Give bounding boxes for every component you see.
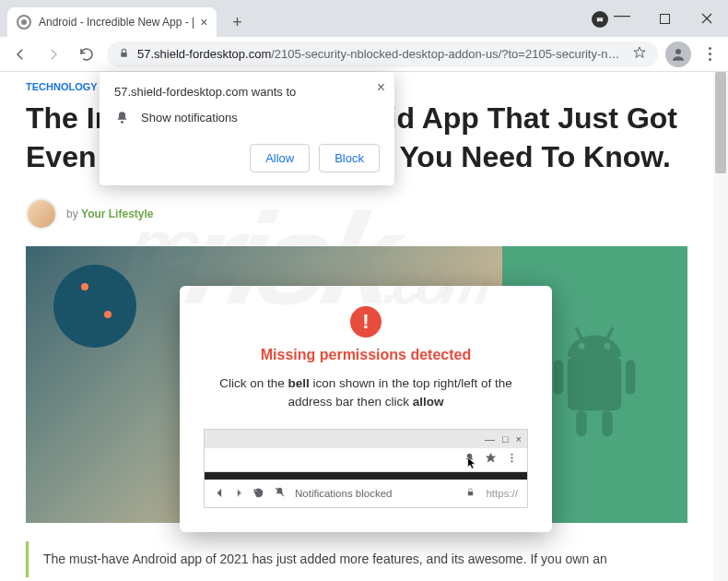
window-minimize-button[interactable]: — — [601, 0, 643, 37]
fb-star-icon — [485, 452, 497, 467]
article-body: The must-have Android app of 2021 has ju… — [26, 541, 687, 576]
fb-https-text: https:// — [486, 488, 518, 499]
fb-maximize-icon: □ — [502, 433, 509, 445]
window-controls: — — [601, 0, 728, 37]
allow-button[interactable]: Allow — [250, 144, 310, 172]
fb-back-icon — [214, 487, 226, 499]
svg-point-6 — [675, 49, 681, 54]
fb-reload-icon — [252, 487, 264, 499]
svg-point-22 — [121, 121, 123, 124]
android-robot-icon — [539, 319, 650, 451]
fb-menu-icon — [506, 452, 518, 467]
bookmark-star-icon[interactable] — [632, 45, 647, 63]
modal-instruction: Click on the bell icon shown in the top … — [204, 374, 528, 412]
svg-point-9 — [605, 342, 611, 349]
lock-icon — [118, 47, 130, 62]
fb-notif-text: Notifications blocked — [295, 488, 392, 499]
cursor-icon — [466, 457, 478, 469]
permission-close-icon[interactable]: × — [377, 79, 385, 96]
window-maximize-button[interactable] — [643, 0, 686, 37]
svg-rect-13 — [626, 360, 636, 394]
tab-close-icon[interactable]: × — [200, 15, 207, 30]
modal-title: Missing permissions detected — [204, 347, 528, 363]
kebab-menu-icon[interactable] — [699, 47, 721, 61]
svg-rect-21 — [468, 492, 473, 495]
tab-title: Android - Incredible New App - | — [39, 16, 194, 29]
fake-browser-illustration: — □ × Notifications blocked https:// — [204, 429, 528, 508]
svg-point-0 — [597, 18, 600, 21]
fb-forward-icon — [233, 487, 245, 499]
scrollbar-thumb[interactable] — [715, 72, 726, 173]
svg-point-18 — [511, 456, 512, 458]
notification-permission-dialog: × 57.shield-fordesktop.com wants to Show… — [100, 72, 394, 185]
permission-label: Show notifications — [141, 111, 238, 125]
fb-bell-blocked-icon — [274, 486, 286, 500]
exclamation-icon: ! — [350, 306, 382, 338]
fake-permission-modal: ! Missing permissions detected Click on … — [180, 286, 552, 532]
back-button[interactable] — [7, 42, 33, 67]
profile-button[interactable] — [665, 42, 691, 67]
svg-line-10 — [577, 327, 582, 338]
svg-point-19 — [511, 460, 512, 462]
url-text: 57.shield-fordesktop.com/2105-security-n… — [137, 47, 625, 61]
svg-rect-5 — [121, 52, 127, 56]
fb-close-icon: × — [516, 433, 522, 445]
tab-favicon-icon — [17, 15, 31, 30]
svg-point-8 — [579, 342, 585, 349]
window-close-button[interactable] — [686, 0, 728, 37]
byline-text: by Your Lifestyle — [66, 208, 153, 220]
svg-point-17 — [511, 454, 512, 456]
fb-minimize-icon: — — [485, 433, 495, 445]
svg-rect-12 — [554, 360, 564, 394]
reload-button[interactable] — [74, 42, 100, 67]
block-button[interactable]: Block — [319, 144, 380, 172]
browser-tab[interactable]: Android - Incredible New App - | × — [7, 7, 217, 37]
fb-lock-icon — [464, 486, 476, 500]
bell-icon — [114, 110, 130, 125]
scrollbar[interactable] — [713, 72, 728, 581]
browser-toolbar: 57.shield-fordesktop.com/2105-security-n… — [0, 37, 728, 72]
svg-rect-14 — [577, 410, 588, 436]
svg-line-11 — [607, 327, 613, 338]
forward-button[interactable] — [41, 42, 66, 67]
svg-rect-15 — [603, 410, 614, 436]
window-titlebar: Android - Incredible New App - | × + — — [0, 0, 728, 37]
author-avatar-icon — [26, 198, 57, 230]
permission-origin: 57.shield-fordesktop.com wants to — [114, 85, 380, 99]
svg-rect-7 — [568, 357, 621, 410]
address-bar[interactable]: 57.shield-fordesktop.com/2105-security-n… — [107, 42, 658, 67]
new-tab-button[interactable]: + — [224, 9, 250, 35]
article-byline: by Your Lifestyle — [26, 198, 687, 230]
